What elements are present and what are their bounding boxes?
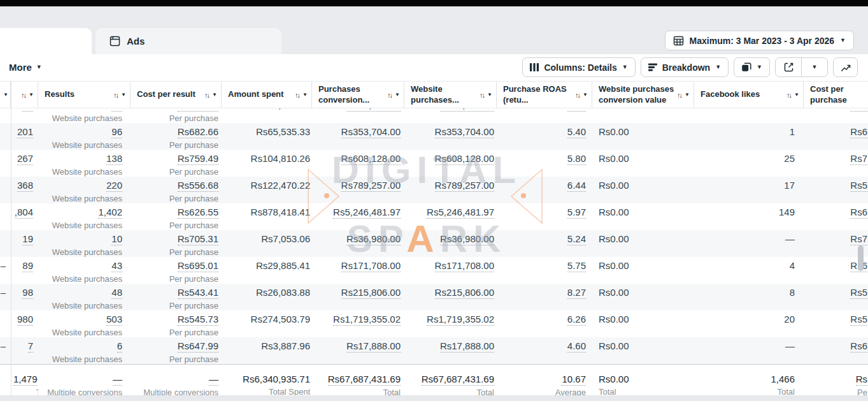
sort-icon[interactable]: ↑↓ bbox=[113, 91, 118, 99]
cell-web: Rs83,334.00 bbox=[404, 108, 497, 123]
filter-caret-icon[interactable]: ▼ bbox=[794, 92, 799, 98]
filter-caret-icon[interactable]: ▼ bbox=[29, 92, 34, 98]
cell-value: Rs759.49 bbox=[178, 153, 218, 165]
table-body: 3023Website purchasesRs956.30Per purchas… bbox=[0, 108, 868, 364]
cell-edge bbox=[0, 123, 11, 150]
sort-icon[interactable]: ↑↓ bbox=[786, 91, 791, 99]
cell-value: Rs171,708.00 bbox=[341, 260, 401, 272]
cell-value: Rs83,334.00 bbox=[440, 108, 494, 112]
cell-sublabel: Per purchase bbox=[133, 140, 218, 150]
column-header-website-purchases[interactable]: Website purchases...↑↓▼ bbox=[404, 82, 497, 108]
table-row: –8943Website purchasesRs695.01Per purcha… bbox=[0, 257, 868, 284]
cell-purch: Rs67,687,431.69Total bbox=[312, 370, 404, 395]
sort-icon[interactable]: ↑↓ bbox=[295, 91, 299, 99]
column-title: Facebook likes bbox=[701, 89, 785, 99]
breakdown-button[interactable]: Breakdown ▼ bbox=[641, 57, 729, 77]
cell-value: Rs956.30 bbox=[178, 108, 218, 112]
sort-icon[interactable]: ↑↓ bbox=[677, 91, 681, 99]
cell-cpp: Rs6 bbox=[804, 123, 868, 150]
columns-label: Columns: Details bbox=[544, 62, 616, 73]
cell-spent: Rs878,418.41 bbox=[222, 203, 312, 230]
cell-roas: 6.26 bbox=[497, 310, 592, 337]
tab-ads-label: Ads bbox=[127, 36, 145, 47]
date-range-button[interactable]: Maximum: 3 Mar 2023 - 3 Apr 2026 ▼ bbox=[665, 31, 854, 50]
filter-caret-icon[interactable]: ▼ bbox=[583, 92, 588, 98]
cell-purch: Rs17,888.00 bbox=[312, 337, 404, 364]
cell-value: Rs7 bbox=[850, 233, 867, 245]
date-range-label: Maximum: 3 Mar 2023 - 3 Apr 2026 bbox=[690, 36, 834, 46]
export-options-button[interactable]: ▼ bbox=[802, 58, 827, 77]
cell-value: Rs0.00 bbox=[599, 180, 629, 191]
cell-spent: Rs274,503.79 bbox=[222, 310, 312, 337]
cell-results: 138Website purchases bbox=[38, 150, 131, 177]
sort-icon[interactable]: ↑↓ bbox=[204, 91, 209, 99]
cell-spent: Rs65,535.33 bbox=[222, 123, 312, 150]
sort-icon[interactable]: ↑↓ bbox=[387, 91, 392, 99]
sort-icon[interactable]: ↑↓ bbox=[21, 91, 25, 99]
columns-button[interactable]: Columns: Details ▼ bbox=[522, 57, 635, 77]
column-header-results[interactable]: Results↑↓▼ bbox=[38, 82, 131, 108]
column-header-purchase-roas-retu[interactable]: Purchase ROAS (retu...↑↓▼ bbox=[497, 82, 592, 108]
column-header-purchases-conversion[interactable]: Purchases conversion...↑↓▼ bbox=[312, 82, 404, 108]
cell-purch: Rs5,246,481.97 bbox=[312, 203, 404, 230]
cell-sublabel: Per purchase bbox=[133, 274, 218, 284]
cell-value: Rs647.99 bbox=[178, 340, 218, 353]
cell-value: Rs1,719,355.02 bbox=[333, 314, 401, 326]
cell-roas: 5.75 bbox=[497, 257, 592, 284]
cell-value: 5.40 bbox=[567, 126, 586, 138]
cell-results: 43Website purchases bbox=[38, 257, 131, 284]
column-header-cost-per-purchase[interactable]: Cost per purchase bbox=[804, 82, 868, 108]
filter-caret-icon[interactable]: ▼ bbox=[121, 92, 126, 98]
cell-value: — bbox=[113, 374, 122, 386]
horizontal-scrollbar-track[interactable] bbox=[0, 395, 868, 401]
column-header-1[interactable]: ↑↓▼ bbox=[11, 82, 38, 108]
cell-results: 10Website purchases bbox=[38, 230, 131, 257]
cell-likes: 1,466Total bbox=[694, 370, 804, 395]
filter-caret-icon[interactable]: ▼ bbox=[302, 92, 308, 98]
cell-value: 1,466 bbox=[771, 374, 795, 385]
cell-sublabel: Multiple conversions bbox=[41, 388, 122, 395]
cell-value: 267 bbox=[17, 153, 33, 165]
cell-value: Rs36,980.00 bbox=[440, 233, 494, 245]
cell-value: Rs789,257.00 bbox=[341, 180, 401, 192]
export-button[interactable] bbox=[776, 58, 801, 77]
cell-web: Rs5,246,481.97 bbox=[404, 203, 497, 230]
cell-cost: Rs705.31Per purchase bbox=[131, 230, 222, 257]
column-header-cost-per-result[interactable]: Cost per result↑↓▼ bbox=[131, 82, 222, 108]
column-header-website-purchases-conversion-value[interactable]: Website purchases conversion value↑↓▼ bbox=[592, 82, 694, 108]
cell-edge bbox=[0, 230, 11, 257]
cell-cost: Rs626.55Per purchase bbox=[131, 203, 222, 230]
column-header-facebook-likes[interactable]: Facebook likes↑↓▼ bbox=[694, 82, 804, 108]
tab-adsets-partial[interactable] bbox=[0, 28, 92, 54]
breakdown-label: Breakdown bbox=[662, 62, 710, 73]
cell-value: Rs626.55 bbox=[178, 207, 218, 219]
filter-caret-icon[interactable]: ▼ bbox=[3, 92, 8, 98]
cell-value: Rs0.00 bbox=[599, 108, 629, 111]
more-button[interactable]: More ▼ bbox=[9, 62, 42, 73]
tab-ads[interactable]: Ads bbox=[96, 28, 281, 54]
cell-purch: Rs36,980.00 bbox=[312, 230, 404, 257]
filter-caret-icon[interactable]: ▼ bbox=[685, 92, 690, 98]
sort-icon[interactable]: ↑↓ bbox=[480, 91, 484, 99]
cell-value: 1 bbox=[790, 108, 795, 111]
filter-caret-icon[interactable]: ▼ bbox=[395, 92, 400, 98]
cell-num: 368 bbox=[11, 177, 38, 203]
filter-caret-icon[interactable]: ▼ bbox=[212, 92, 217, 98]
cell-value: Rs29,885.41 bbox=[256, 260, 310, 272]
column-title: Purchase ROAS (retu... bbox=[503, 84, 574, 105]
cell-value: Rs7 bbox=[850, 153, 867, 165]
reports-button[interactable]: ▼ bbox=[734, 57, 770, 77]
sort-icon[interactable]: ↑↓ bbox=[575, 91, 580, 99]
charts-button[interactable] bbox=[833, 57, 858, 77]
cell-value: 48 bbox=[111, 287, 122, 299]
cell-value: Rs3,887.96 bbox=[261, 340, 310, 352]
column-header-amount-spent[interactable]: Amount spent↑↓▼ bbox=[222, 82, 312, 108]
filter-caret-icon[interactable]: ▼ bbox=[487, 92, 492, 98]
cell-purch: Rs353,704.00 bbox=[312, 123, 404, 150]
cell-sublabel: Per purchase bbox=[133, 354, 218, 364]
cell-cpp: Rs5 bbox=[804, 284, 868, 310]
column-header-0[interactable]: ▼ bbox=[0, 82, 11, 108]
table-row: 3023Website purchasesRs956.30Per purchas… bbox=[0, 108, 868, 123]
vertical-scrollbar-thumb[interactable] bbox=[858, 245, 864, 271]
cell-value: 8.27 bbox=[567, 287, 586, 299]
